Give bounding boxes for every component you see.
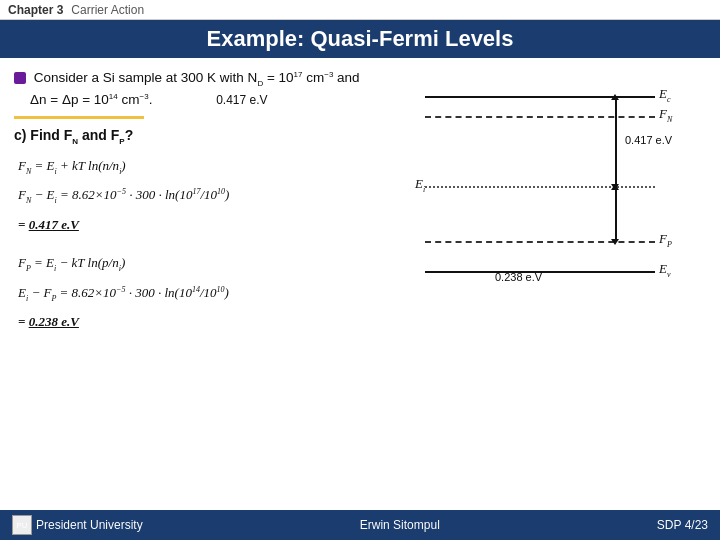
university-logo: PU — [12, 515, 32, 535]
fn-label: FN — [659, 106, 672, 124]
energy-diagram: Ec FN Ei FP Ev 0.417 e.V 0.238 e.V — [415, 76, 695, 306]
arrow-fp-bottom — [611, 239, 619, 245]
title-bar: Example: Quasi-Fermi Levels — [0, 20, 720, 58]
left-panel: Consider a Si sample at 300 K with ND = … — [0, 58, 390, 518]
bullet-icon — [14, 72, 26, 84]
fp-result: = 0.238 e.V — [14, 310, 376, 335]
title-text: Example: Quasi-Fermi Levels — [207, 26, 514, 51]
ec-line — [425, 96, 655, 98]
footer-left: President University — [36, 518, 143, 532]
chapter-label: Chapter 3 — [8, 3, 63, 17]
problem-text2: Δn = Δp = 1014 cm−3. — [30, 92, 152, 107]
arrow-fp — [615, 186, 617, 241]
fn-formula-2: FN − Ei = 8.62×10−5 · 300 · ln(1017/1010… — [14, 183, 376, 209]
fn-formula-1: FN = Ei + kT ln(n/ni) — [14, 154, 376, 180]
ev-label: Ev — [659, 261, 671, 279]
top-bar: Chapter 3 Carrier Action — [0, 0, 720, 20]
problem-statement: Consider a Si sample at 300 K with ND = … — [14, 68, 376, 110]
ei-label: Ei — [415, 176, 425, 194]
fp-label: FP — [659, 231, 672, 249]
footer-right: SDP 4/23 — [657, 518, 708, 532]
carrier-action-label: Carrier Action — [71, 3, 144, 17]
arrow-fp-top — [611, 184, 619, 190]
main-content: Consider a Si sample at 300 K with ND = … — [0, 58, 720, 518]
fp-formula-2: Ei − FP = 8.62×10−5 · 300 · ln(1014/1010… — [14, 281, 376, 307]
footer-bar: PU President University Erwin Sitompul S… — [0, 510, 720, 540]
voltage-fp-label: 0.238 e.V — [495, 271, 542, 283]
footer-logo: PU President University — [12, 515, 143, 535]
yellow-divider — [14, 116, 144, 119]
footer-center: Erwin Sitompul — [360, 518, 440, 532]
voltage-fn-label: 0.417 e.V — [625, 134, 672, 146]
fp-line — [425, 241, 655, 243]
ei-line — [425, 186, 655, 188]
part-c-label: c) Find FN and FP? — [14, 127, 376, 146]
fp-formula-1: FP = Ei − kT ln(p/ni) — [14, 251, 376, 277]
fn-line — [425, 116, 655, 118]
right-panel: Ec FN Ei FP Ev 0.417 e.V 0.238 e.V — [390, 58, 720, 518]
arrow-fn — [615, 96, 617, 186]
fn-result: = 0.417 e.V — [14, 213, 376, 238]
problem-text: Consider a Si sample at 300 K with ND = … — [34, 70, 360, 85]
arrow-fn-top — [611, 94, 619, 100]
ec-label: Ec — [659, 86, 671, 104]
voltage-annotation: 0.417 e.V — [216, 93, 267, 107]
